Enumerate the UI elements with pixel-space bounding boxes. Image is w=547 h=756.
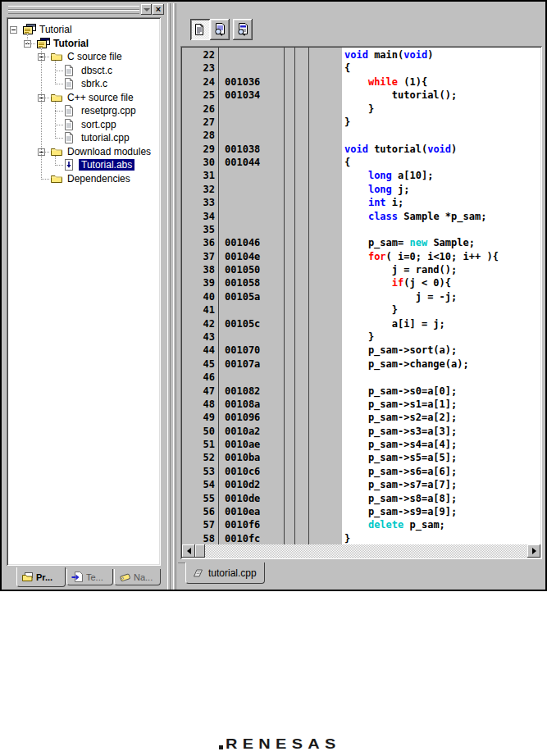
- code-text: p_sam->s8=a[8];: [344, 492, 457, 505]
- code-text: for( i=0; i<10; i++ ){: [344, 250, 499, 263]
- code-line: 41 }: [182, 303, 540, 317]
- workspace-tab-na[interactable]: Na...: [114, 569, 161, 585]
- file-icon: [64, 119, 79, 130]
- line-number: 31: [182, 169, 215, 182]
- tree-item-label: dbsct.c: [79, 65, 115, 76]
- code-line: 44001070 p_sam->sort(a);: [182, 344, 540, 358]
- tree-connector: [45, 57, 49, 58]
- code-text: p_sam->change(a);: [344, 358, 469, 371]
- tree-item-tutorial-cpp[interactable]: tutorial.cpp: [8, 131, 159, 145]
- scroll-left-button[interactable]: [182, 544, 195, 558]
- line-number: 24: [182, 75, 215, 89]
- download-icon: [64, 159, 79, 171]
- tree-item-resetprg-cpp[interactable]: resetprg.cpp: [8, 104, 159, 118]
- logo-text: RENESAS: [226, 737, 341, 752]
- code-line: 38001050 j = rand();: [182, 263, 540, 277]
- arrow-right-icon: [532, 548, 536, 554]
- line-number: 47: [182, 385, 215, 398]
- tree-item-c-source-file[interactable]: C++ source file: [8, 91, 159, 105]
- close-icon: ×: [156, 6, 161, 13]
- line-number: 55: [182, 492, 215, 505]
- code-text: class Sample *p_sam;: [344, 210, 486, 223]
- code-text: }: [344, 102, 374, 116]
- code-text: p_sam->s5=a[5];: [344, 451, 457, 464]
- line-number: 27: [182, 116, 215, 129]
- code-text: a[i] = j;: [344, 317, 445, 330]
- panel-menu-button[interactable]: [141, 4, 152, 15]
- line-number: 35: [182, 223, 215, 236]
- code-text: p_sam->s0=a[0];: [344, 385, 457, 398]
- code-text: p_sam->s9=a[9];: [344, 505, 457, 518]
- code-line: 47001082 p_sam->s0=a[0];: [182, 385, 540, 398]
- tree-trunk-line: [27, 34, 29, 44]
- tree-item-label: sort.cpp: [79, 119, 119, 130]
- view-source-button[interactable]: [190, 19, 210, 40]
- code-editor[interactable]: 22void main(void)23{24001036 while (1){2…: [180, 46, 542, 559]
- code-text: while (1){: [344, 75, 427, 89]
- code-line: 36001046 p_sam= new Sample;: [182, 236, 540, 250]
- code-line: 4000105a j = -j;: [182, 290, 540, 304]
- templates-icon: [71, 572, 84, 582]
- tree-item-c-source-file[interactable]: C source file: [8, 50, 159, 64]
- ide-window: × TutorialTutorialC source filedbsct.csb…: [0, 0, 547, 591]
- tree-item-label: Tutorial.abs: [79, 159, 134, 171]
- code-address: 0010ae: [225, 438, 260, 451]
- tree-item-tutorial[interactable]: Tutorial: [8, 37, 159, 51]
- panel-splitter[interactable]: [166, 3, 178, 590]
- tree-item-download-modules[interactable]: Download modules: [8, 145, 159, 159]
- code-line: 22void main(void): [182, 48, 540, 62]
- tree-item-label: Dependencies: [65, 173, 133, 184]
- editor-tab-bar: tutorial.cpp: [178, 562, 547, 589]
- workspace-tab-te[interactable]: Te...: [66, 569, 113, 585]
- panel-grip-2[interactable]: [8, 10, 139, 14]
- code-text: long a[10];: [344, 169, 433, 182]
- line-number: 43: [182, 330, 215, 344]
- code-line: 550010de p_sam->s8=a[8];: [182, 492, 540, 506]
- code-address: 00104e: [225, 250, 260, 263]
- tree-trunk-line: [55, 61, 57, 84]
- scroll-right-button[interactable]: [527, 544, 540, 558]
- code-line: 25001034 tutorial();: [182, 89, 540, 102]
- code-address: 00108a: [225, 398, 260, 411]
- tree-item-dbsct-c[interactable]: dbsct.c: [8, 64, 159, 78]
- scrollbar-track[interactable]: [195, 544, 527, 558]
- view-mixed-button[interactable]: [210, 19, 230, 40]
- code-address: 0010a2: [225, 425, 260, 438]
- source-file-icon: [192, 568, 204, 578]
- file-icon: [64, 132, 79, 143]
- view-disassembly-button[interactable]: [233, 19, 253, 40]
- code-text: p_sam->s4=a[4];: [344, 438, 457, 451]
- disassembly-magnifier-icon: [236, 23, 249, 36]
- renesas-logo: RENESAS: [219, 734, 335, 752]
- tree-item-sort-cpp[interactable]: sort.cpp: [8, 118, 159, 132]
- line-number: 36: [182, 236, 215, 249]
- project-icon: [36, 38, 51, 49]
- line-number: 33: [182, 196, 215, 209]
- line-number: 53: [182, 465, 215, 478]
- horizontal-scrollbar[interactable]: [182, 544, 540, 558]
- code-text: if(j < 0){: [344, 276, 451, 289]
- tree-item-dependencies[interactable]: Dependencies: [8, 172, 159, 186]
- code-line: 500010a2 p_sam->s3=a[3];: [182, 425, 540, 439]
- line-number: 58: [182, 532, 215, 545]
- code-text: p_sam->sort(a);: [344, 344, 457, 357]
- tree-item-sbrk-c[interactable]: sbrk.c: [8, 77, 159, 91]
- tree-item-tutorial-abs[interactable]: Tutorial.abs: [8, 158, 159, 172]
- panel-close-button[interactable]: ×: [153, 4, 164, 15]
- line-number: 22: [182, 48, 215, 61]
- tree-connector: [45, 98, 49, 99]
- file-icon: [64, 105, 79, 116]
- chevron-down-icon: [144, 8, 150, 11]
- tree-item-tutorial[interactable]: Tutorial: [8, 23, 159, 37]
- code-text: p_sam= new Sample;: [344, 236, 475, 249]
- workspace-tab-pr[interactable]: Pr...: [16, 567, 66, 587]
- code-address: 001038: [225, 143, 260, 156]
- code-line: 27}: [182, 116, 540, 130]
- tab-tutorial-cpp[interactable]: tutorial.cpp: [185, 562, 265, 584]
- splitter-ridge: [167, 3, 171, 590]
- scrollbar-thumb[interactable]: [195, 544, 205, 558]
- tree-expander-collapse[interactable]: [10, 26, 17, 34]
- code-address: 0010de: [225, 492, 260, 505]
- code-line: 4200105c a[i] = j;: [182, 317, 540, 331]
- project-tree[interactable]: TutorialTutorialC source filedbsct.csbrk…: [7, 17, 161, 566]
